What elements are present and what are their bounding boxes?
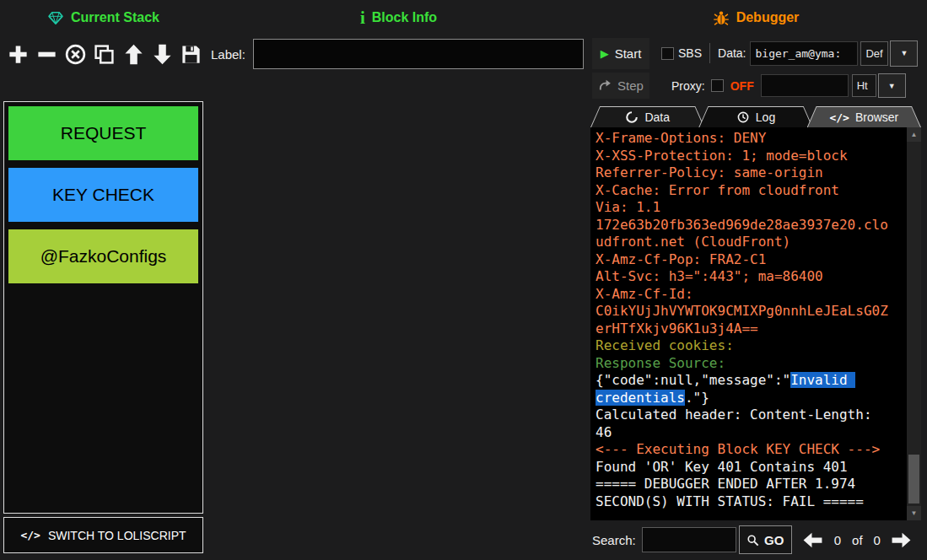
- search-input[interactable]: [642, 527, 736, 552]
- minus-icon: [35, 43, 58, 66]
- save-stack-button[interactable]: [178, 39, 205, 69]
- debugger-title: Debugger: [736, 10, 800, 25]
- proxy-type-value: Ht: [857, 79, 868, 92]
- label-field-caption: Label:: [211, 47, 245, 62]
- log-text: X-Amz-Cf-Id:: [596, 286, 693, 302]
- tab-bar: DataLog</>Browser: [590, 106, 921, 127]
- data-line-input[interactable]: [750, 41, 858, 66]
- match-of-label: of: [852, 533, 863, 547]
- tab-face: Log: [699, 107, 811, 127]
- tab-log[interactable]: Log: [698, 106, 812, 127]
- scroll-up-button[interactable]: ▲: [907, 127, 921, 142]
- log-text: ."}: [685, 390, 709, 406]
- remove-block-button[interactable]: [33, 39, 60, 69]
- arrow-up-icon: [122, 43, 145, 66]
- stack-block-request[interactable]: REQUEST: [8, 106, 198, 160]
- log-text: X-XSS-Protection: 1; mode=block: [596, 148, 848, 164]
- add-block-button[interactable]: [4, 39, 31, 69]
- search-go-button[interactable]: GO: [739, 525, 792, 554]
- log-line: Found 'OR' Key 401 Contains 401: [596, 459, 888, 477]
- log-line: X-Amz-Cf-Id:: [596, 286, 888, 304]
- search-label: Search:: [592, 533, 636, 547]
- log-text: Found 'OR' Key 401 Contains 401: [596, 459, 848, 475]
- log-text: X-Cache: Error from cloudfront: [596, 182, 839, 198]
- stack-list: REQUESTKEY CHECK@FazkoConfigs: [8, 106, 198, 283]
- scrollbar-thumb[interactable]: [908, 455, 919, 503]
- proxy-input[interactable]: [761, 74, 849, 97]
- move-up-button[interactable]: [120, 39, 147, 69]
- start-button-label: Start: [615, 46, 642, 61]
- log-line: Alt-Svc: h3=":443"; ma=86400: [596, 268, 888, 286]
- move-down-button[interactable]: [149, 39, 176, 69]
- step-button[interactable]: Step: [592, 73, 649, 99]
- tab-label: Data: [644, 110, 670, 124]
- log-line: ===== DEBUGGER ENDED AFTER 1.974 SECOND(…: [596, 476, 888, 510]
- log-scrollbar[interactable]: ▲ ▼: [907, 127, 921, 520]
- log-line: Via: 1.1: [596, 199, 888, 217]
- data-label: Data:: [718, 46, 746, 60]
- log-text: ===== DEBUGGER ENDED AFTER 1.974 SECOND(…: [596, 476, 864, 509]
- current-stack-header: Current Stack: [0, 8, 207, 28]
- match-current: 0: [834, 533, 841, 547]
- tab-data[interactable]: Data: [590, 106, 704, 127]
- clone-block-button[interactable]: [91, 39, 118, 69]
- tab-browser[interactable]: </>Browser: [807, 106, 921, 127]
- block-info-header: i Block Info: [207, 8, 590, 28]
- log-line: X-XSS-Protection: 1; mode=block: [596, 148, 888, 165]
- tab-label: Log: [756, 110, 775, 124]
- current-stack-title: Current Stack: [71, 10, 159, 25]
- log-line: 172e63b20fb363ed969de28ae3937e20.cloudfr…: [596, 217, 888, 251]
- start-button[interactable]: ▶ Start: [592, 38, 649, 69]
- log-text: Response Source:: [596, 355, 725, 371]
- circle-x-icon: [64, 43, 87, 66]
- play-icon: ▶: [601, 47, 609, 60]
- log-line: Response Source:: [596, 355, 888, 373]
- wordlist-type-dropdown-button[interactable]: ▼: [890, 40, 918, 67]
- log-text: {"code":null,"message":": [596, 372, 790, 388]
- tab-face: </>Browser: [808, 107, 920, 127]
- proxy-checkbox[interactable]: [711, 79, 724, 92]
- sbs-label: SBS: [678, 46, 702, 60]
- bug-icon: [713, 9, 730, 26]
- log-search-bar: Search: GO 0 of 0: [592, 525, 923, 554]
- wordlist-type-value: Def: [865, 47, 882, 60]
- switch-to-loliscript-button[interactable]: </> SWITCH TO LOLISCRIPT: [3, 517, 203, 553]
- block-label-input[interactable]: [253, 39, 584, 69]
- switch-button-label: SWITCH TO LOLISCRIPT: [48, 529, 186, 542]
- go-button-label: GO: [764, 533, 784, 547]
- log-line: Calculated header: Content-Length: 46: [596, 407, 888, 441]
- log-line: X-Frame-Options: DENY: [596, 130, 888, 148]
- scroll-up-icon: ▲: [911, 131, 918, 138]
- stack-block-key-check[interactable]: KEY CHECK: [8, 168, 198, 222]
- proxy-label: Proxy:: [671, 79, 705, 93]
- arrow-down-icon: [151, 43, 174, 66]
- scroll-down-button[interactable]: ▼: [907, 506, 921, 520]
- history-icon: [736, 110, 750, 124]
- stack-block--fazkoconfigs[interactable]: @FazkoConfigs: [8, 229, 198, 283]
- info-icon: i: [360, 9, 365, 26]
- log-text: Calculated header: Content-Length: 46: [596, 407, 880, 440]
- log-line: X-Cache: Error from cloudfront: [596, 182, 888, 200]
- sbs-checkbox[interactable]: [661, 47, 674, 60]
- proxy-type-dropdown-button[interactable]: ▼: [878, 73, 906, 98]
- log-panel: X-Frame-Options: DENYX-XSS-Protection: 1…: [590, 127, 921, 520]
- dropdown-arrow-icon: ▼: [888, 82, 896, 90]
- wordlist-type-select[interactable]: Def: [860, 41, 888, 66]
- previous-match-button[interactable]: [802, 530, 823, 551]
- log-output: X-Frame-Options: DENYX-XSS-Protection: 1…: [590, 128, 888, 510]
- debugger-controls-row2: Step Proxy: OFF Ht ▼: [592, 72, 923, 100]
- clone-icon: [93, 43, 116, 66]
- proxy-status: OFF: [730, 79, 754, 93]
- step-button-label: Step: [617, 78, 644, 93]
- next-match-button[interactable]: [891, 530, 912, 551]
- tab-label: Browser: [855, 110, 898, 124]
- stack-toolbar: [4, 38, 205, 70]
- proxy-type-select[interactable]: Ht: [852, 74, 876, 97]
- disable-block-button[interactable]: [62, 39, 89, 69]
- log-text: Received cookies:: [596, 337, 734, 353]
- log-text: 172e63b20fb363ed969de28ae3937e20.cloudfr…: [596, 217, 888, 250]
- log-line: X-Amz-Cf-Pop: FRA2-C1: [596, 251, 888, 269]
- log-line: <--- Executing Block KEY CHECK --->: [596, 441, 888, 459]
- debugger-header: Debugger: [590, 8, 921, 28]
- code-icon: </>: [20, 529, 40, 541]
